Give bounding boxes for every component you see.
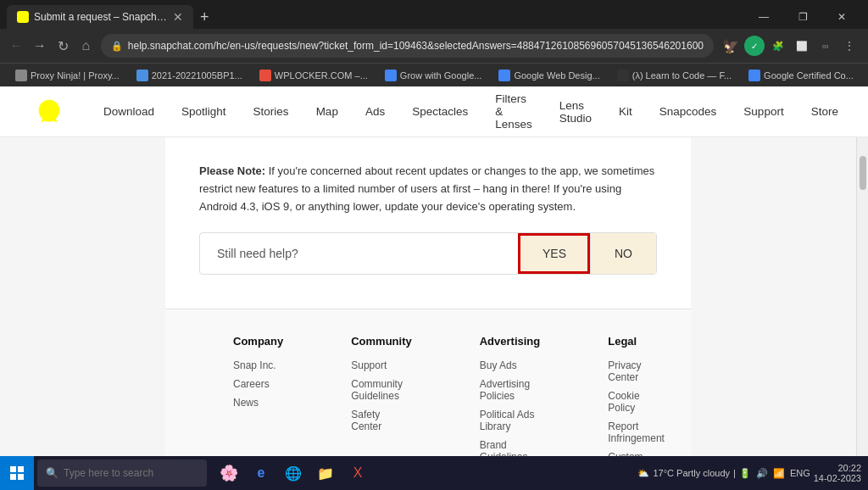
nav-support[interactable]: Support — [730, 86, 797, 137]
sys-icons: 🔋 🔊 📶 ENG — [739, 468, 810, 479]
taskbar-search-box[interactable]: 🔍 — [37, 459, 207, 487]
taskbar-time: 20:22 — [814, 463, 861, 473]
footer-link-community-guidelines[interactable]: Community Guidelines — [351, 378, 412, 402]
ext-icon-5[interactable]: ∞ — [815, 36, 836, 56]
footer-link-report-infringement[interactable]: Report Infringement — [608, 420, 665, 444]
nav-stories[interactable]: Stories — [240, 86, 303, 137]
browser-chrome: Submit a request – Snapchat Su... ✕ + — … — [0, 0, 868, 86]
close-button[interactable]: ✕ — [822, 5, 861, 29]
nav-lens-studio[interactable]: Lens Studio — [546, 86, 605, 137]
lock-icon: 🔒 — [111, 41, 123, 52]
bookmark-favicon — [385, 70, 397, 81]
bookmark-favicon — [259, 70, 271, 81]
start-button[interactable] — [0, 456, 34, 490]
address-bar-row: ← → ↻ ⌂ 🔒 help.snapchat.com/hc/en-us/req… — [0, 29, 868, 63]
home-button[interactable]: ⌂ — [78, 34, 94, 58]
restore-button[interactable]: ❐ — [783, 5, 822, 29]
ext-icon-2[interactable]: ✓ — [744, 36, 765, 56]
footer-link-buy-ads[interactable]: Buy Ads — [480, 359, 541, 371]
nav-kit[interactable]: Kit — [605, 86, 646, 137]
refresh-button[interactable]: ↻ — [54, 34, 70, 58]
footer-link-cookie-policy[interactable]: Cookie Policy — [608, 390, 665, 414]
bookmark-google-webdesign[interactable]: Google Web Desig... — [492, 68, 606, 83]
page-wrapper: Please Note: If you're concerned about r… — [0, 137, 868, 490]
address-text: help.snapchat.com/hc/en-us/requests/new?… — [128, 40, 704, 52]
bookmark-favicon — [748, 70, 760, 81]
no-button[interactable]: NO — [590, 233, 656, 274]
extensions-area: 🦅 ✓ 🧩 ⬜ ∞ ⋮ — [721, 36, 860, 56]
address-box[interactable]: 🔒 help.snapchat.com/hc/en-us/requests/ne… — [101, 34, 714, 58]
svg-rect-3 — [18, 474, 24, 480]
bookmark-label: WPLOCKER.COM –... — [275, 70, 368, 81]
footer-link-political-ads[interactable]: Political Ads Library — [480, 409, 541, 432]
footer-link-careers[interactable]: Careers — [233, 378, 283, 390]
svg-rect-1 — [18, 466, 24, 472]
time-date: 20:22 14-02-2023 — [814, 463, 861, 483]
new-tab-button[interactable]: + — [193, 8, 216, 26]
svg-rect-0 — [10, 466, 16, 472]
footer-col-legal-heading: Legal — [608, 335, 665, 348]
taskbar-icon-5[interactable]: X — [342, 456, 373, 490]
page: Download Spotlight Stories Map Ads Spect… — [0, 86, 868, 490]
footer-link-news[interactable]: News — [233, 397, 283, 409]
footer-link-support[interactable]: Support — [351, 359, 412, 371]
footer-link-advertising-policies[interactable]: Advertising Policies — [480, 378, 541, 402]
forward-button[interactable]: → — [31, 34, 47, 58]
content-container: Please Note: If you're concerned about r… — [165, 137, 691, 490]
bookmark-google-grow[interactable]: Grow with Google... — [378, 68, 489, 83]
ext-icon-1[interactable]: 🦅 — [721, 36, 741, 56]
scrollbar[interactable] — [856, 137, 868, 490]
nav-download[interactable]: Download — [90, 86, 168, 137]
nav-spotlight[interactable]: Spotlight — [168, 86, 240, 137]
nav-links: Download Spotlight Stories Map Ads Spect… — [90, 86, 852, 137]
nav-ads[interactable]: Ads — [352, 86, 398, 137]
content-card: Please Note: If you're concerned about r… — [165, 137, 691, 309]
footer-link-privacy-center[interactable]: Privacy Center — [608, 359, 665, 383]
bookmark-proxy[interactable]: Proxy Ninja! | Proxy... — [8, 68, 126, 83]
footer-link-snap-inc[interactable]: Snap Inc. — [233, 359, 283, 371]
taskbar-search-input[interactable] — [64, 467, 182, 479]
tab-favicon — [17, 11, 29, 23]
tab-close-button[interactable]: ✕ — [173, 10, 183, 24]
taskbar-icon-3[interactable]: 🌐 — [278, 456, 309, 490]
bookmark-learn-code[interactable]: (λ) Learn to Code — F... — [610, 68, 738, 83]
yes-button[interactable]: YES — [518, 233, 590, 274]
nav-store[interactable]: Store — [798, 86, 852, 137]
browser-tab[interactable]: Submit a request – Snapchat Su... ✕ — [7, 5, 193, 29]
footer-link-safety-center[interactable]: Safety Center — [351, 409, 412, 432]
nav-filters-lenses[interactable]: Filters & Lenses — [481, 86, 546, 137]
scroll-thumb[interactable] — [860, 156, 866, 190]
note-body: If you're concerned about recent updates… — [199, 164, 654, 213]
nav-map[interactable]: Map — [303, 86, 352, 137]
svg-rect-2 — [10, 474, 16, 480]
taskbar-icon-1[interactable]: 🌸 — [214, 456, 244, 490]
battery-icon: 🔋 — [739, 468, 751, 479]
ext-icon-4[interactable]: ⬜ — [792, 36, 812, 56]
taskbar-icon-4[interactable]: 📁 — [310, 456, 341, 490]
taskbar-icons: 🌸 e 🌐 📁 X — [214, 456, 373, 490]
tab-bar: Submit a request – Snapchat Su... ✕ + — … — [0, 0, 868, 29]
main-content: Please Note: If you're concerned about r… — [0, 137, 856, 490]
footer-col-advertising-heading: Advertising — [480, 335, 541, 348]
still-need-help-box: Still need help? YES NO — [199, 232, 657, 275]
bookmark-favicon — [15, 70, 27, 81]
extensions-button[interactable]: ⋮ — [839, 36, 860, 56]
snapchat-logo[interactable] — [34, 97, 64, 127]
nav-spectacles[interactable]: Spectacles — [398, 86, 481, 137]
nav-snapcodes[interactable]: Snapcodes — [646, 86, 731, 137]
tab-title: Submit a request – Snapchat Su... — [34, 11, 168, 23]
search-icon: 🔍 — [46, 467, 58, 479]
ext-icon-3[interactable]: 🧩 — [768, 36, 788, 56]
weather-icon: ⛅ — [637, 468, 649, 479]
taskbar-date: 14-02-2023 — [814, 473, 861, 483]
eng-label: ENG — [790, 468, 810, 478]
bookmark-wplocker[interactable]: WPLOCKER.COM –... — [253, 68, 375, 83]
taskbar-icon-browser[interactable]: e — [246, 456, 276, 490]
bookmark-major-rock[interactable]: W Major Rock Edicts –... — [864, 68, 868, 83]
minimize-button[interactable]: — — [744, 5, 783, 29]
bookmark-2021[interactable]: 2021-20221005BP1... — [130, 68, 249, 83]
back-button[interactable]: ← — [8, 34, 25, 58]
note-strong: Please Note: — [199, 164, 265, 177]
note-paragraph: Please Note: If you're concerned about r… — [199, 163, 657, 215]
bookmark-google-certified[interactable]: Google Certified Co... — [742, 68, 860, 83]
